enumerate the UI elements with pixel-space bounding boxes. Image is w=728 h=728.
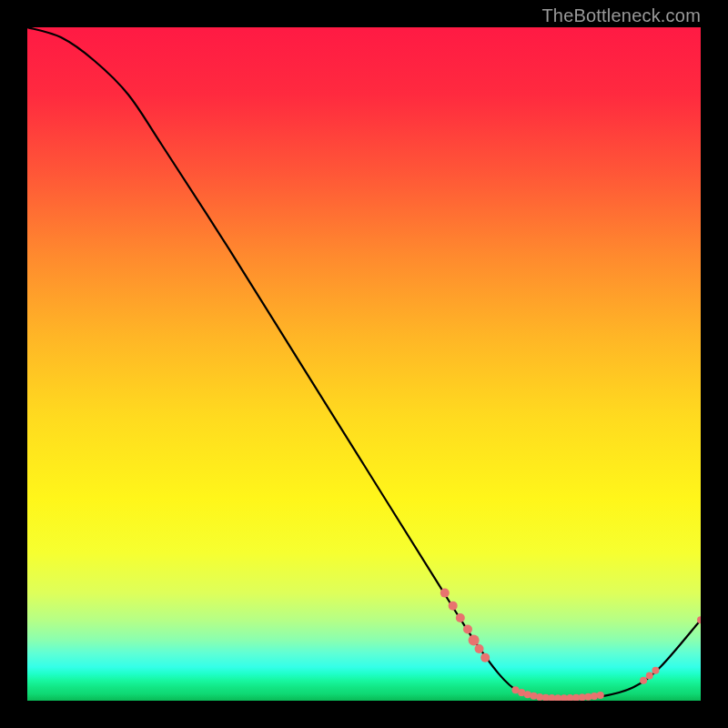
data-marker	[449, 602, 458, 611]
chart-svg	[27, 27, 701, 701]
data-marker	[480, 653, 490, 662]
bottleneck-curve	[27, 27, 701, 698]
attribution-text: TheBottleneck.com	[541, 5, 701, 26]
data-marker	[456, 613, 465, 622]
data-marker	[524, 691, 531, 698]
data-marker	[640, 677, 647, 684]
data-marker	[475, 644, 484, 653]
data-marker	[530, 693, 537, 700]
chart-plot-area	[27, 27, 701, 701]
data-marker	[463, 625, 472, 634]
data-marker	[646, 672, 653, 680]
data-marker	[440, 589, 450, 598]
data-marker	[597, 692, 604, 699]
data-marker	[652, 667, 659, 674]
data-marker	[469, 634, 480, 645]
marker-group	[440, 589, 701, 701]
